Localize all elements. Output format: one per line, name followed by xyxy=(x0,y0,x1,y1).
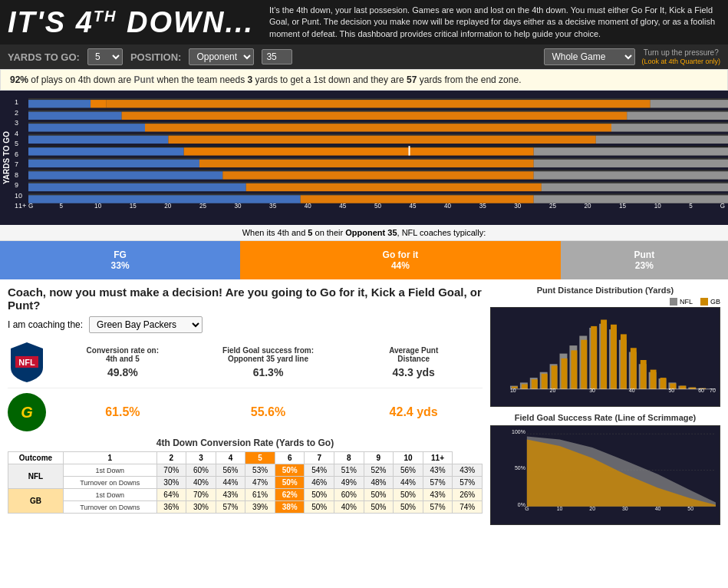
svg-rect-87 xyxy=(571,351,577,389)
legend-nfl: NFL xyxy=(670,298,693,306)
svg-rect-94 xyxy=(641,360,647,389)
cell: 26% xyxy=(453,489,483,501)
cell: 50% xyxy=(275,464,305,477)
yards-select[interactable]: 51234678910 xyxy=(87,48,123,65)
cell: 70% xyxy=(156,464,186,477)
svg-rect-17 xyxy=(596,136,728,144)
svg-rect-96 xyxy=(660,378,667,389)
svg-text:30: 30 xyxy=(589,388,595,392)
page-title: It's 4th Down... xyxy=(8,6,254,39)
svg-rect-3 xyxy=(91,100,106,107)
svg-text:35: 35 xyxy=(479,203,486,210)
th-6: 6 xyxy=(275,452,305,464)
fg-header: Field Goal success from:Opponent 35 yard… xyxy=(199,346,338,363)
game-mode-select[interactable]: Whole Game4th Quarter only xyxy=(544,48,635,65)
fg-svg: 100% 50% 0% G 10 20 30 40 xyxy=(510,430,716,510)
svg-text:25: 25 xyxy=(199,203,206,210)
cell: 61% xyxy=(245,489,275,501)
punt-chart-legend: NFL GB xyxy=(490,298,720,306)
main-content: Coach, now you must make a decision! Are… xyxy=(0,279,728,537)
table-row: Turnover on Downs36%30%57%39%38%50%40%50… xyxy=(8,501,483,514)
y-ticks: 1234567891011+ xyxy=(13,98,26,210)
conversion-table: 4th Down Conversion Rate (Yards to Go) O… xyxy=(8,438,483,514)
chart-svg: G 5 10 15 20 25 30 35 40 45 50 45 40 35 … xyxy=(28,98,728,210)
svg-text:45: 45 xyxy=(410,203,417,210)
punt-chart-section: Punt Distance Distribution (Yards) NFL G… xyxy=(490,286,720,407)
main-chart: YARDS TO GO 1234567891011+ xyxy=(0,91,728,225)
cell: 46% xyxy=(305,477,334,489)
punt-bar: Punt 23% xyxy=(561,241,728,279)
svg-rect-2 xyxy=(28,100,91,107)
svg-rect-86 xyxy=(562,358,568,389)
th-outcome: Outcome xyxy=(8,452,64,464)
svg-rect-5 xyxy=(651,100,728,107)
svg-rect-93 xyxy=(631,348,637,389)
svg-text:40: 40 xyxy=(629,388,635,392)
team-select[interactable]: Green Bay Packers New England Patriots D… xyxy=(89,316,203,333)
th-1: 1 xyxy=(63,452,156,464)
legend-gb: GB xyxy=(700,298,720,306)
svg-text:50: 50 xyxy=(374,203,381,210)
cell: 64% xyxy=(156,489,186,501)
th-4: 4 xyxy=(216,452,245,464)
th-5: 5 xyxy=(245,452,275,464)
svg-text:40: 40 xyxy=(655,506,661,510)
svg-rect-26 xyxy=(534,160,728,167)
gb-legend-dot xyxy=(700,298,708,306)
outcome-label: 1st Down xyxy=(63,489,156,501)
svg-rect-24 xyxy=(28,160,199,167)
chart-action: Punt xyxy=(133,74,154,85)
cell: 50% xyxy=(394,489,423,501)
cell: 50% xyxy=(364,501,394,514)
nfl-punt-val: 43.3 yds xyxy=(344,366,483,378)
nfl-legend-label: NFL xyxy=(680,298,693,306)
svg-rect-15 xyxy=(28,136,168,144)
cell: 43% xyxy=(453,464,483,477)
divider xyxy=(8,388,483,388)
team-fg-val: 55.6% xyxy=(199,405,338,419)
svg-rect-99 xyxy=(690,388,696,389)
cell: 57% xyxy=(453,477,483,489)
svg-text:30: 30 xyxy=(235,203,242,210)
svg-rect-4 xyxy=(106,100,650,107)
svg-text:50%: 50% xyxy=(515,466,526,472)
cell: 51% xyxy=(334,464,364,477)
svg-text:100%: 100% xyxy=(512,430,525,435)
pressure-button[interactable]: Turn up the pressure? (Look at 4th Quart… xyxy=(641,48,720,65)
svg-rect-13 xyxy=(611,124,728,131)
punt-header: Average PuntDistance xyxy=(344,346,483,363)
cell: 39% xyxy=(245,501,275,514)
yards-label: YARDS TO GO: xyxy=(8,51,80,63)
controls-bar: YARDS TO GO: 51234678910 POSITION: Oppon… xyxy=(0,45,728,69)
cell: 49% xyxy=(334,477,364,489)
punt-svg: 10 20 30 40 50 60 70 xyxy=(510,312,716,392)
controls-right: Whole Game4th Quarter only Turn up the p… xyxy=(544,48,720,65)
gb-group-label: GB xyxy=(8,489,64,514)
stats-header: Conversion rate on:4th and 5 Field Goal … xyxy=(54,346,483,363)
svg-rect-34 xyxy=(542,183,728,191)
cell: 50% xyxy=(305,489,334,501)
cell: 53% xyxy=(245,464,275,477)
svg-rect-21 xyxy=(534,147,728,155)
cell: 40% xyxy=(334,501,364,514)
position-select[interactable]: OpponentOwn xyxy=(189,48,254,65)
coaching-label: I am coaching the: xyxy=(8,319,83,330)
fg-bar: FG 33% xyxy=(0,241,240,279)
go-bar: Go for it 44% xyxy=(240,241,561,279)
cell: 57% xyxy=(423,501,453,514)
svg-rect-9 xyxy=(627,112,728,120)
svg-rect-98 xyxy=(680,386,686,389)
position-number-input[interactable] xyxy=(262,49,292,64)
cell: 60% xyxy=(334,489,364,501)
svg-rect-92 xyxy=(621,335,627,389)
svg-rect-20 xyxy=(184,147,534,155)
svg-text:45: 45 xyxy=(339,203,346,210)
th-2: 2 xyxy=(156,452,186,464)
outcome-label: Turnover on Downs xyxy=(63,501,156,514)
svg-rect-16 xyxy=(168,136,595,144)
go-label: Go for it xyxy=(383,249,419,260)
cell: 44% xyxy=(216,477,245,489)
svg-text:40: 40 xyxy=(444,203,451,210)
cell: 56% xyxy=(394,464,423,477)
svg-text:G: G xyxy=(720,203,725,210)
